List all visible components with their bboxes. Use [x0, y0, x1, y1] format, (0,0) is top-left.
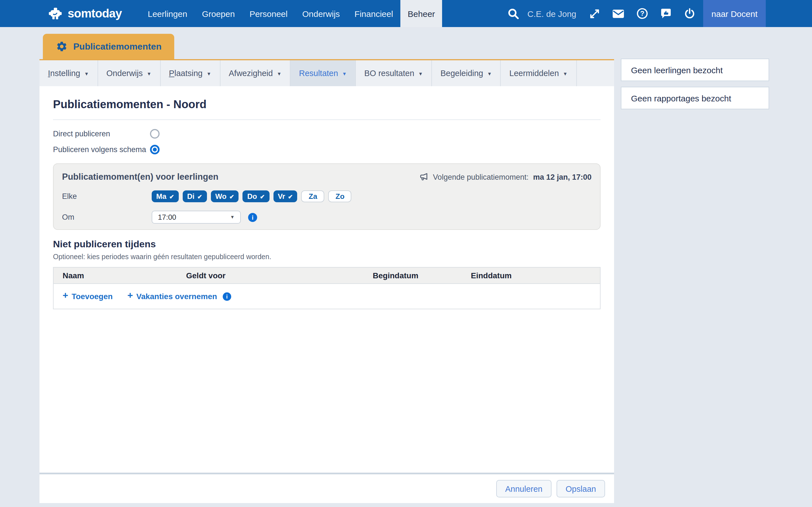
svg-text:?: ? [640, 10, 644, 17]
caret-down-icon: ▼ [342, 71, 347, 76]
module-tab-publicatiemomenten[interactable]: Publicatiemomenten [43, 34, 174, 59]
brand[interactable]: somtoday [48, 0, 122, 27]
nav-item-financieel[interactable]: Financieel [347, 0, 400, 27]
elke-label: Elke [62, 192, 152, 201]
caret-down-icon: ▼ [230, 215, 235, 220]
info-icon[interactable]: i [248, 213, 257, 222]
nav-item-personeel[interactable]: Personeel [242, 0, 295, 27]
nav-item-leerlingen[interactable]: Leerlingen [140, 0, 195, 27]
column-begindatum: Begindatum [373, 271, 471, 280]
check-icon: ✔ [229, 193, 234, 200]
day-toggle-za[interactable]: Za [301, 190, 324, 202]
next-publication-label: Volgende publicatiemoment: [433, 173, 529, 181]
module-tab-label: Publicatiemomenten [73, 41, 161, 52]
day-toggle-vr[interactable]: Vr ✔ [273, 190, 297, 202]
next-publication: Volgende publicatiemoment: ma 12 jan, 17… [419, 172, 592, 182]
column-naam: Naam [54, 271, 186, 280]
time-select-value: 17:00 [158, 213, 176, 221]
niet-publiceren-title: Niet publiceren tijdens [53, 239, 601, 250]
publiceren-schema-label: Publiceren volgens schema [53, 145, 150, 154]
opslaan-button[interactable]: Opslaan [557, 480, 605, 497]
naar-docent-button[interactable]: naar Docent [703, 0, 766, 27]
divider [53, 119, 601, 120]
gear-icon [56, 41, 68, 52]
check-icon: ✔ [288, 193, 293, 200]
caret-down-icon: ▼ [147, 71, 151, 76]
page-title: Publicatiemomenten - Noord [53, 98, 601, 111]
tab-bo-resultaten[interactable]: BO resultaten ▼ [356, 60, 432, 86]
caret-down-icon: ▼ [418, 71, 423, 76]
publiceren-schema-radio[interactable] [150, 145, 160, 154]
blackout-table: Naam Geldt voor Begindatum Einddatum + T… [53, 267, 601, 309]
power-icon[interactable] [683, 0, 695, 27]
niet-publiceren-hint: Optioneel: kies periodes waarin géén res… [53, 253, 601, 261]
day-toggle-wo[interactable]: Wo ✔ [211, 190, 239, 202]
caret-down-icon: ▼ [84, 71, 89, 76]
current-user[interactable]: C.E. de Jong [527, 9, 576, 18]
column-einddatum: Einddatum [471, 271, 600, 280]
blackout-table-header: Naam Geldt voor Begindatum Einddatum [54, 268, 600, 284]
search-icon[interactable] [508, 0, 520, 27]
blackout-actions-row: + Toevoegen + Vakanties overnemen i [54, 284, 600, 309]
brand-wordmark: somtoday [68, 7, 122, 20]
nav-item-groepen[interactable]: Groepen [195, 0, 242, 27]
megaphone-icon [419, 172, 428, 182]
plus-icon: + [128, 290, 133, 301]
panel-body: Publicatiemomenten - Noord Direct public… [40, 86, 614, 473]
time-select[interactable]: 17:00 ▼ [152, 211, 241, 224]
tab-onderwijs[interactable]: Onderwijs ▼ [98, 60, 160, 86]
tab-afwezigheid[interactable]: Afwezigheid ▼ [220, 60, 290, 86]
om-row: Om 17:00 ▼ i [62, 211, 592, 224]
toevoegen-link[interactable]: + Toevoegen [63, 291, 113, 302]
vakanties-overnemen-link[interactable]: + Vakanties overnemen i [128, 291, 231, 302]
day-toggle-di[interactable]: Di ✔ [183, 190, 207, 202]
tab-begeleiding[interactable]: Begeleiding ▼ [432, 60, 501, 86]
direct-publiceren-radio[interactable] [150, 129, 160, 138]
day-toggle-do[interactable]: Do ✔ [243, 190, 269, 202]
direct-publiceren-row: Direct publiceren [53, 129, 601, 138]
caret-down-icon: ▼ [563, 71, 567, 76]
caret-down-icon: ▼ [277, 71, 282, 76]
tab-plaatsing[interactable]: Plaatsing ▼ [160, 60, 220, 86]
plus-icon: + [63, 290, 68, 301]
nav-item-onderwijs[interactable]: Onderwijs [295, 0, 347, 27]
nav-item-beheer[interactable]: Beheer [400, 0, 442, 27]
section-tabbar: Instelling ▼ Onderwijs ▼ Plaatsing ▼ Afw… [40, 59, 614, 86]
column-geldt-voor: Geldt voor [186, 271, 373, 280]
right-sidebar: Geen leerlingen bezocht Geen rapportages… [621, 59, 769, 115]
info-icon[interactable]: i [223, 292, 231, 300]
tab-resultaten[interactable]: Resultaten ▼ [290, 60, 356, 86]
expand-icon[interactable] [589, 0, 601, 27]
help-icon[interactable]: ? [636, 0, 648, 27]
publicatiemoment-title: Publicatiemoment(en) voor leerlingen [62, 172, 218, 182]
feedback-icon[interactable] [660, 0, 672, 27]
day-toggle-zo[interactable]: Zo [328, 190, 352, 202]
annuleren-button[interactable]: Annuleren [496, 480, 552, 497]
tab-instelling[interactable]: Instelling ▼ [40, 60, 98, 86]
day-toggle-group: Ma ✔ Di ✔ Wo ✔ Do ✔ [152, 190, 352, 202]
check-icon: ✔ [197, 193, 202, 200]
caret-down-icon: ▼ [487, 71, 492, 76]
tab-leermiddelen[interactable]: Leermiddelen ▼ [501, 60, 577, 86]
main-panel: Publicatiemomenten - Noord Direct public… [40, 86, 614, 503]
topbar: somtoday Leerlingen Groepen Personeel On… [0, 0, 812, 27]
somtoday-logo-icon [48, 6, 63, 21]
publicatiemoment-box: Publicatiemoment(en) voor leerlingen Vol… [53, 163, 601, 230]
day-toggle-ma[interactable]: Ma ✔ [152, 190, 179, 202]
topbar-icons: ? [589, 0, 695, 27]
geen-leerlingen-card: Geen leerlingen bezocht [621, 59, 769, 81]
main-navigation: Leerlingen Groepen Personeel Onderwijs F… [140, 0, 442, 27]
check-icon: ✔ [169, 193, 174, 200]
publiceren-schema-row: Publiceren volgens schema [53, 145, 601, 154]
topbar-right: C.E. de Jong ? [508, 0, 812, 27]
mail-icon[interactable] [612, 0, 624, 27]
geen-rapportages-card: Geen rapportages bezocht [621, 87, 769, 109]
om-label: Om [62, 213, 152, 221]
app-window: somtoday Leerlingen Groepen Personeel On… [0, 0, 812, 507]
panel-footer: Annuleren Opslaan [40, 473, 614, 503]
check-icon: ✔ [260, 193, 265, 200]
caret-down-icon: ▼ [206, 71, 211, 76]
elke-row: Elke Ma ✔ Di ✔ Wo ✔ [62, 190, 592, 202]
direct-publiceren-label: Direct publiceren [53, 129, 150, 138]
next-publication-value: ma 12 jan, 17:00 [533, 173, 592, 181]
